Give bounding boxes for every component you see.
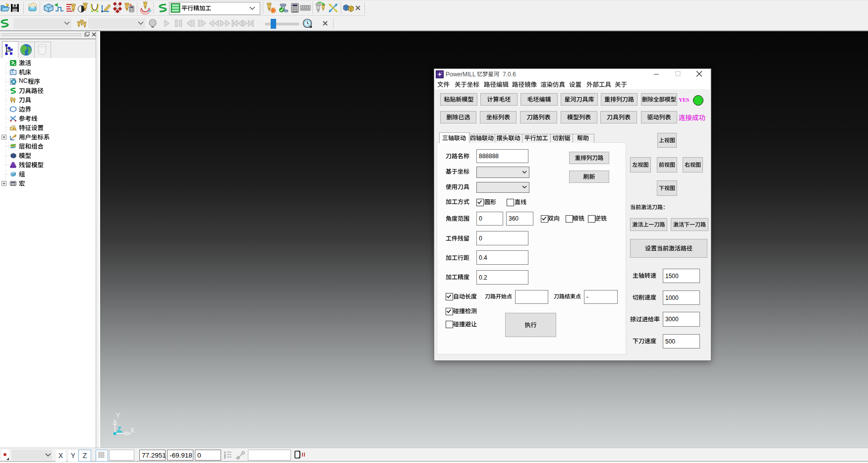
- svg-text:Z: Z: [117, 425, 121, 433]
- svg-text:Y: Y: [116, 411, 120, 419]
- svg-text:X: X: [130, 426, 135, 434]
- svg-text:z: z: [224, 456, 226, 459]
